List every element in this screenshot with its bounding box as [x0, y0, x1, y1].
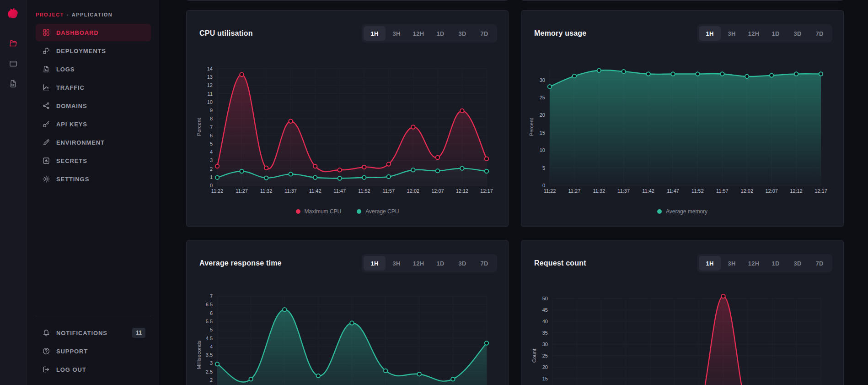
card-title: CPU utilisation [199, 29, 253, 38]
range-button-3d[interactable]: 3D [451, 26, 473, 41]
sidebar-item-support[interactable]: SUPPORT [36, 342, 151, 360]
range-button-7d[interactable]: 7D [809, 256, 830, 271]
svg-text:4.5: 4.5 [206, 336, 213, 341]
card-title: Average response time [199, 259, 282, 267]
breadcrumb: PROJECT›APPLICATION [36, 12, 113, 17]
range-button-7d[interactable]: 7D [473, 26, 495, 41]
svg-text:20: 20 [540, 112, 545, 118]
legend-label: Average CPU [365, 208, 399, 215]
svg-text:11:32: 11:32 [260, 188, 273, 194]
svg-text:9: 9 [210, 108, 213, 113]
range-button-1d[interactable]: 1D [765, 256, 787, 271]
range-button-3h[interactable]: 3H [386, 256, 407, 271]
svg-text:45: 45 [542, 307, 548, 313]
range-button-12h[interactable]: 12H [407, 256, 429, 271]
svg-text:5: 5 [210, 327, 213, 332]
code-file-icon[interactable] [9, 79, 18, 88]
range-button-1h[interactable]: 1H [699, 26, 721, 41]
svg-text:50: 50 [542, 296, 548, 301]
sidebar-item-api-keys[interactable]: API KEYS [36, 115, 151, 133]
range-button-12h[interactable]: 12H [407, 26, 429, 41]
svg-text:14: 14 [207, 66, 213, 71]
range-button-1h[interactable]: 1H [364, 256, 386, 271]
card-header: Request count1H3H12H1D3D7D [534, 253, 832, 273]
sidebar-item-secrets[interactable]: SECRETS [36, 152, 151, 169]
logout-icon [42, 365, 50, 374]
range-button-1d[interactable]: 1D [429, 256, 451, 271]
legend-item-maximum-cpu: Maximum CPU [296, 208, 342, 215]
sidebar-item-label: API KEYS [56, 121, 87, 128]
nest-logo-icon[interactable] [5, 6, 22, 23]
card-header: Memory usage1H3H12H1D3D7D [534, 23, 832, 43]
legend-item-average-cpu: Average CPU [357, 208, 399, 215]
traffic-icon [42, 83, 50, 92]
sidebar-item-notifications[interactable]: NOTIFICATIONS11 [36, 324, 151, 342]
svg-text:11:42: 11:42 [642, 188, 654, 194]
icon-rail [0, 0, 27, 385]
svg-text:13: 13 [207, 74, 213, 80]
svg-text:4: 4 [210, 149, 213, 155]
sidebar-item-domains[interactable]: DOMAINS [36, 97, 151, 114]
svg-text:1: 1 [210, 174, 213, 180]
sidebar-item-deployments[interactable]: DEPLOYMENTS [36, 42, 151, 60]
svg-text:5.5: 5.5 [206, 319, 213, 324]
svg-text:11:27: 11:27 [568, 188, 581, 194]
svg-text:11: 11 [208, 91, 213, 97]
sidebar-item-label: NOTIFICATIONS [56, 330, 107, 336]
svg-text:11:47: 11:47 [333, 188, 346, 194]
deploy-icon [42, 47, 50, 55]
svg-text:10: 10 [207, 99, 213, 105]
breadcrumb-application[interactable]: APPLICATION [72, 12, 113, 17]
range-button-3h[interactable]: 3H [721, 26, 743, 41]
sidebar-item-traffic[interactable]: TRAFFIC [36, 79, 151, 96]
svg-text:6: 6 [210, 310, 213, 316]
range-button-7d[interactable]: 7D [473, 256, 495, 271]
range-button-12h[interactable]: 12H [743, 256, 765, 271]
sidebar-item-settings[interactable]: SETTINGS [36, 170, 151, 188]
svg-text:12:07: 12:07 [431, 188, 444, 194]
svg-text:Percent: Percent [529, 118, 534, 136]
svg-text:12: 12 [207, 82, 213, 88]
range-button-3d[interactable]: 3D [787, 26, 809, 41]
legend-dot [657, 209, 662, 214]
svg-text:11:52: 11:52 [358, 188, 370, 194]
svg-text:5: 5 [210, 141, 213, 146]
range-button-12h[interactable]: 12H [743, 26, 765, 41]
legend-dot [357, 209, 361, 214]
range-button-1d[interactable]: 1D [429, 26, 451, 41]
folder-open-icon[interactable] [9, 39, 18, 48]
sidebar-item-dashboard[interactable]: DASHBOARD [36, 24, 151, 41]
range-button-3h[interactable]: 3H [721, 256, 743, 271]
chart-cpu-utilisation: 0123456789101112131411:2211:2711:3211:37… [187, 56, 508, 217]
range-button-1h[interactable]: 1H [364, 26, 386, 41]
scrolled-card-edge [186, 0, 509, 1]
breadcrumb-separator: › [67, 12, 69, 17]
card-title: Memory usage [534, 29, 586, 38]
sidebar-footer-nav: NOTIFICATIONS11SUPPORTLOG OUT [36, 324, 151, 379]
sidebar-nav: DASHBOARDDEPLOYMENTSLOGSTRAFFICDOMAINSAP… [36, 24, 151, 189]
svg-text:15: 15 [542, 376, 548, 381]
svg-text:30: 30 [540, 77, 545, 83]
sidebar-item-log-out[interactable]: LOG OUT [36, 361, 151, 378]
help-circle-icon [42, 347, 50, 355]
scrolled-card-edge [521, 0, 844, 1]
legend-dot [296, 209, 300, 214]
time-range-group: 1H3H12H1D3D7D [697, 24, 832, 43]
svg-text:6.5: 6.5 [206, 302, 213, 307]
range-button-3h[interactable]: 3H [386, 26, 407, 41]
breadcrumb-project[interactable]: PROJECT [36, 12, 64, 17]
credit-card-icon[interactable] [9, 59, 18, 68]
range-button-3d[interactable]: 3D [451, 256, 473, 271]
range-button-7d[interactable]: 7D [809, 26, 830, 41]
svg-text:12:07: 12:07 [765, 188, 778, 194]
range-button-3d[interactable]: 3D [787, 256, 809, 271]
svg-text:25: 25 [542, 353, 548, 358]
svg-text:30: 30 [542, 342, 548, 347]
svg-text:12:02: 12:02 [407, 188, 420, 194]
sidebar-item-logs[interactable]: LOGS [36, 60, 151, 78]
range-button-1h[interactable]: 1H [699, 256, 721, 271]
range-button-1d[interactable]: 1D [765, 26, 787, 41]
sidebar-item-environment[interactable]: ENVIRONMENT [36, 134, 151, 151]
svg-text:11:47: 11:47 [667, 188, 679, 194]
svg-text:11:57: 11:57 [716, 188, 729, 194]
